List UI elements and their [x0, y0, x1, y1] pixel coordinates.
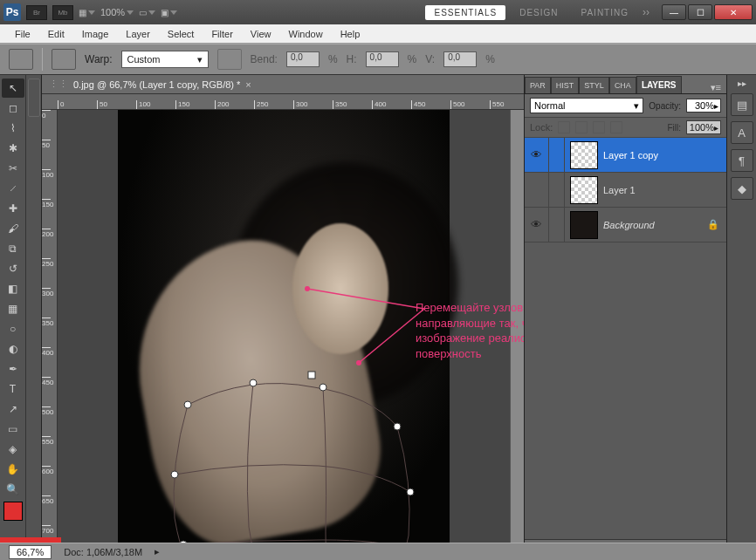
collapsed-dock[interactable] — [26, 75, 42, 560]
tab-close-icon[interactable]: × — [245, 79, 251, 90]
bridge-button[interactable]: Br — [26, 5, 47, 20]
pct2: % — [408, 53, 417, 65]
gradient-tool[interactable]: ▦ — [2, 299, 24, 318]
opacity-input[interactable]: 30%▸ — [686, 99, 721, 113]
lasso-tool[interactable]: ⌇ — [2, 119, 24, 138]
lock-pixels-icon[interactable] — [575, 121, 588, 133]
type-tool[interactable]: T — [2, 379, 24, 399]
lock-transparency-icon[interactable] — [558, 121, 570, 133]
stamp-tool[interactable]: ⧉ — [2, 239, 24, 258]
canvas[interactable]: Перемещайте узловые точки сетки и направ… — [58, 110, 510, 546]
doc-grip-icon[interactable]: ⋮⋮ — [49, 79, 68, 90]
swatches-panel-icon[interactable]: ◆ — [731, 177, 753, 200]
status-zoom[interactable]: 66,7% — [9, 545, 52, 559]
3d-tool[interactable]: ◈ — [2, 440, 24, 459]
visibility-toggle[interactable]: 👁 — [525, 208, 549, 242]
shape-tool[interactable]: ▭ — [2, 420, 24, 439]
history-brush-tool[interactable]: ↺ — [2, 259, 24, 278]
app-titlebar: Ps Br Mb ▦ 100% ▭ ▣ ESSENTIALS DESIGN PA… — [0, 0, 756, 24]
blur-tool[interactable]: ○ — [2, 319, 24, 338]
panel-tab-cha[interactable]: CHA — [609, 77, 636, 93]
menu-window[interactable]: Window — [281, 26, 331, 42]
zoom-tool[interactable]: 🔍 — [2, 480, 24, 499]
workspace-painting[interactable]: PAINTING — [573, 5, 637, 20]
warp-orientation-icon — [217, 49, 242, 70]
pct1: % — [328, 53, 338, 65]
layer-name[interactable]: Layer 1 — [603, 185, 719, 195]
wand-tool[interactable]: ✱ — [2, 139, 24, 158]
heal-tool[interactable]: ✚ — [2, 199, 24, 218]
brush-tool[interactable]: 🖌 — [2, 219, 24, 238]
document-tab[interactable]: 0.jpg @ 66,7% (Layer 1 copy, RGB/8) * — [73, 79, 240, 90]
minibridge-button[interactable]: Mb — [52, 5, 73, 20]
menu-view[interactable]: View — [243, 26, 279, 42]
workspace-design[interactable]: DESIGN — [511, 5, 567, 20]
arrange-dropdown[interactable]: ▭ — [139, 8, 155, 17]
v-label: V: — [425, 53, 435, 65]
workspace-essentials[interactable]: ESSENTIALS — [425, 5, 505, 20]
status-menu-icon[interactable]: ▸ — [155, 546, 160, 557]
layer-thumbnail[interactable] — [570, 211, 598, 239]
horizontal-ruler: 050100150200250300350400450500550 — [42, 94, 524, 110]
layer-row[interactable]: 👁 Layer 1 copy — [525, 138, 726, 173]
marquee-tool[interactable]: ◻ — [2, 99, 24, 118]
menu-select[interactable]: Select — [160, 26, 203, 42]
menu-file[interactable]: File — [7, 26, 38, 42]
panel-tab-hist[interactable]: HIST — [551, 77, 580, 93]
layer-thumbnail[interactable] — [570, 176, 598, 204]
para-panel-icon[interactable]: ¶ — [731, 149, 753, 172]
annotation-text: Перемещайте узловые точки сетки и направ… — [416, 300, 524, 361]
svg-point-5 — [407, 488, 414, 495]
char-panel-icon[interactable]: A — [731, 121, 753, 144]
crop-tool[interactable]: ✂ — [2, 159, 24, 178]
layer-name[interactable]: Layer 1 copy — [603, 150, 719, 160]
panel-tab-layers[interactable]: LAYERS — [636, 76, 682, 93]
eraser-tool[interactable]: ◧ — [2, 279, 24, 298]
eyedropper-tool[interactable]: ⟋ — [2, 179, 24, 198]
history-panel-icon[interactable]: ▤ — [731, 93, 753, 116]
pen-tool[interactable]: ✒ — [2, 359, 24, 379]
zoom-dropdown[interactable]: 100% — [100, 7, 134, 17]
lock-position-icon[interactable] — [593, 121, 605, 133]
pct3: % — [485, 53, 495, 65]
more-workspaces-icon[interactable]: ›› — [643, 6, 649, 18]
fill-input[interactable]: 100%▸ — [686, 120, 721, 134]
options-bar: Warp: Custom▾ Bend: 0,0 % H: 0,0 % V: 0,… — [0, 44, 756, 75]
collapse-dock-icon[interactable]: ▸▸ — [738, 79, 746, 88]
layer-row[interactable]: Layer 1 — [525, 173, 726, 208]
visibility-toggle[interactable]: 👁 — [525, 138, 549, 172]
minimize-button[interactable]: ― — [662, 4, 686, 20]
menu-edit[interactable]: Edit — [40, 26, 72, 42]
panel-tab-styl[interactable]: STYL — [579, 77, 609, 93]
fill-label: Fill: — [667, 123, 681, 133]
layer-row[interactable]: 👁 Background 🔒 — [525, 208, 726, 242]
screen-mode-dropdown[interactable]: ▣ — [161, 8, 177, 17]
menu-image[interactable]: Image — [74, 26, 117, 42]
lock-label: Lock: — [530, 122, 553, 133]
panel-menu-icon[interactable]: ▾≡ — [705, 82, 726, 93]
close-button[interactable]: ✕ — [714, 4, 753, 20]
move-tool[interactable]: ↖ — [2, 79, 24, 98]
maximize-button[interactable]: ☐ — [688, 4, 712, 20]
view-extras-dropdown[interactable]: ▦ — [79, 8, 95, 17]
panel-tab-par[interactable]: PAR — [525, 77, 551, 93]
dodge-tool[interactable]: ◐ — [2, 339, 24, 359]
warp-mode-select[interactable]: Custom▾ — [121, 51, 209, 68]
transform-tool-icon[interactable] — [9, 49, 33, 70]
collapsed-panel-strip: ▸▸ ▤ A ¶ ◆ — [726, 75, 756, 560]
visibility-toggle[interactable] — [525, 173, 549, 207]
warp-grid-icon[interactable] — [52, 49, 76, 70]
foreground-color-swatch[interactable] — [3, 502, 23, 521]
hand-tool[interactable]: ✋ — [2, 460, 24, 479]
blend-mode-select[interactable]: Normal▾ — [530, 98, 643, 113]
lock-all-icon[interactable] — [610, 121, 622, 133]
path-tool[interactable]: ↗ — [2, 400, 24, 419]
layer-thumbnail[interactable] — [570, 141, 598, 169]
h-input: 0,0 — [366, 51, 399, 67]
layers-panel: PAR HIST STYL CHA LAYERS ▾≡ Normal▾ Opac… — [524, 75, 726, 560]
menu-layer[interactable]: Layer — [118, 26, 158, 42]
status-doc-size[interactable]: Doc: 1,06M/3,18M — [64, 547, 142, 557]
menu-filter[interactable]: Filter — [203, 26, 240, 42]
layer-name[interactable]: Background — [603, 220, 707, 230]
menu-help[interactable]: Help — [333, 26, 368, 42]
